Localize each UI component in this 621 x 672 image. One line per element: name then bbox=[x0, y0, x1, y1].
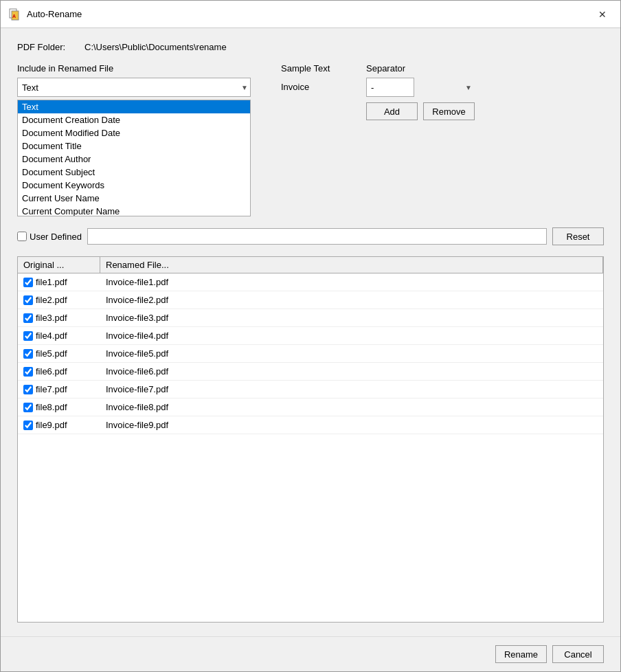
original-filename: file9.pdf bbox=[36, 420, 67, 430]
row-checkbox-7[interactable] bbox=[23, 403, 33, 412]
table-cell-original: file6.pdf bbox=[18, 365, 100, 378]
listbox-item-computername[interactable]: Current Computer Name bbox=[18, 205, 250, 216]
table-cell-original: file1.pdf bbox=[18, 276, 100, 289]
listbox-item-text[interactable]: Text bbox=[18, 100, 250, 113]
table-row: file3.pdfInvoice-file3.pdf bbox=[18, 309, 603, 327]
table-header: Original ... Renamed File... bbox=[18, 257, 603, 273]
listbox-item-keywords[interactable]: Document Keywords bbox=[18, 179, 250, 192]
separator-arrow-icon: ▼ bbox=[465, 84, 472, 91]
user-defined-checkbox[interactable] bbox=[17, 232, 27, 241]
table-row: file6.pdfInvoice-file6.pdf bbox=[18, 363, 603, 381]
row-checkbox-4[interactable] bbox=[23, 349, 33, 359]
renamed-filename: Invoice-file6.pdf bbox=[100, 365, 603, 378]
renamed-filename: Invoice-file5.pdf bbox=[100, 347, 603, 360]
table-row: file9.pdfInvoice-file9.pdf bbox=[18, 416, 603, 434]
sample-text-label: Sample Text bbox=[281, 63, 350, 74]
row-checkbox-2[interactable] bbox=[23, 313, 33, 323]
renamed-filename: Invoice-file4.pdf bbox=[100, 329, 603, 342]
listbox-item-author[interactable]: Document Author bbox=[18, 153, 250, 166]
original-filename: file2.pdf bbox=[36, 295, 67, 305]
separator-label: Separator bbox=[366, 63, 475, 74]
table-row: file8.pdfInvoice-file8.pdf bbox=[18, 399, 603, 416]
include-listbox[interactable]: Text Document Creation Date Document Mod… bbox=[17, 100, 251, 216]
renamed-filename: Invoice-file8.pdf bbox=[100, 401, 603, 414]
row-checkbox-5[interactable] bbox=[23, 367, 33, 377]
table-cell-original: file9.pdf bbox=[18, 418, 100, 432]
row-checkbox-8[interactable] bbox=[23, 421, 33, 430]
app-icon: A bbox=[9, 8, 21, 21]
col-original-header: Original ... bbox=[18, 257, 100, 273]
listbox-item-creation-date[interactable]: Document Creation Date bbox=[18, 113, 250, 126]
row-checkbox-0[interactable] bbox=[23, 278, 33, 287]
table-body: file1.pdfInvoice-file1.pdffile2.pdfInvoi… bbox=[18, 273, 603, 434]
row-checkbox-6[interactable] bbox=[23, 385, 33, 394]
title-bar-left: A Auto-Rename bbox=[9, 8, 82, 21]
include-right: Separator - _ . none ▼ Add Remove bbox=[366, 63, 475, 120]
svg-text:A: A bbox=[12, 14, 16, 19]
table-cell-original: file5.pdf bbox=[18, 347, 100, 360]
renamed-filename: Invoice-file3.pdf bbox=[100, 311, 603, 324]
user-defined-row: User Defined Reset bbox=[17, 227, 604, 245]
reset-button[interactable]: Reset bbox=[552, 227, 604, 245]
include-section: Include in Renamed File Text Document Cr… bbox=[17, 63, 604, 216]
original-filename: file1.pdf bbox=[36, 277, 67, 287]
row-checkbox-3[interactable] bbox=[23, 331, 33, 341]
sample-text-value: Invoice bbox=[281, 78, 350, 92]
original-filename: file8.pdf bbox=[36, 402, 67, 412]
row-checkbox-1[interactable] bbox=[23, 295, 33, 305]
remove-button[interactable]: Remove bbox=[423, 102, 475, 120]
table-row: file7.pdfInvoice-file7.pdf bbox=[18, 381, 603, 399]
close-button[interactable]: ✕ bbox=[593, 5, 612, 24]
original-filename: file5.pdf bbox=[36, 348, 67, 359]
pdf-folder-row: PDF Folder: C:\Users\Public\Documents\re… bbox=[17, 42, 604, 52]
table-cell-original: file8.pdf bbox=[18, 401, 100, 414]
listbox-item-title[interactable]: Document Title bbox=[18, 139, 250, 153]
separator-select[interactable]: - _ . none bbox=[366, 78, 414, 97]
renamed-filename: Invoice-file7.pdf bbox=[100, 383, 603, 396]
include-left: Include in Renamed File Text Document Cr… bbox=[17, 63, 264, 216]
title-bar: A Auto-Rename ✕ bbox=[1, 1, 620, 28]
pdf-folder-label: PDF Folder: bbox=[17, 42, 79, 52]
renamed-filename: Invoice-file1.pdf bbox=[100, 276, 603, 289]
window-title: Auto-Rename bbox=[27, 9, 82, 19]
include-label: Include in Renamed File bbox=[17, 63, 264, 74]
user-defined-label: User Defined bbox=[30, 232, 82, 242]
listbox-item-username[interactable]: Current User Name bbox=[18, 192, 250, 205]
original-filename: file4.pdf bbox=[36, 331, 67, 341]
include-combo[interactable]: Text Document Creation Date Document Mod… bbox=[17, 78, 251, 97]
auto-rename-window: A Auto-Rename ✕ PDF Folder: C:\Users\Pub… bbox=[0, 0, 621, 672]
table-cell-original: file7.pdf bbox=[18, 383, 100, 396]
renamed-filename: Invoice-file9.pdf bbox=[100, 418, 603, 432]
listbox-item-modified-date[interactable]: Document Modified Date bbox=[18, 126, 250, 139]
file-table: Original ... Renamed File... file1.pdfIn… bbox=[17, 256, 604, 623]
table-cell-original: file3.pdf bbox=[18, 311, 100, 324]
table-row: file1.pdfInvoice-file1.pdf bbox=[18, 273, 603, 291]
add-remove-row: Add Remove bbox=[366, 102, 475, 120]
table-row: file2.pdfInvoice-file2.pdf bbox=[18, 291, 603, 309]
original-filename: file3.pdf bbox=[36, 313, 67, 323]
renamed-filename: Invoice-file2.pdf bbox=[100, 293, 603, 306]
pdf-folder-path: C:\Users\Public\Documents\rename bbox=[84, 42, 227, 52]
table-cell-original: file2.pdf bbox=[18, 293, 100, 306]
user-defined-input[interactable] bbox=[87, 228, 547, 245]
add-button[interactable]: Add bbox=[366, 102, 418, 120]
original-filename: file6.pdf bbox=[36, 366, 67, 377]
include-center: Sample Text Invoice bbox=[281, 63, 350, 92]
listbox-item-subject[interactable]: Document Subject bbox=[18, 166, 250, 179]
col-renamed-header: Renamed File... bbox=[100, 257, 603, 273]
main-content: PDF Folder: C:\Users\Public\Documents\re… bbox=[1, 28, 620, 636]
include-combo-wrapper: Text Document Creation Date Document Mod… bbox=[17, 78, 251, 97]
table-row: file5.pdfInvoice-file5.pdf bbox=[18, 345, 603, 363]
user-defined-checkbox-wrapper: User Defined bbox=[17, 232, 82, 242]
original-filename: file7.pdf bbox=[36, 384, 67, 394]
rename-button[interactable]: Rename bbox=[495, 645, 547, 663]
separator-wrapper: - _ . none ▼ bbox=[366, 78, 475, 97]
bottom-bar: Rename Cancel bbox=[1, 636, 620, 671]
cancel-button[interactable]: Cancel bbox=[552, 645, 604, 663]
table-row: file4.pdfInvoice-file4.pdf bbox=[18, 327, 603, 345]
table-cell-original: file4.pdf bbox=[18, 329, 100, 342]
